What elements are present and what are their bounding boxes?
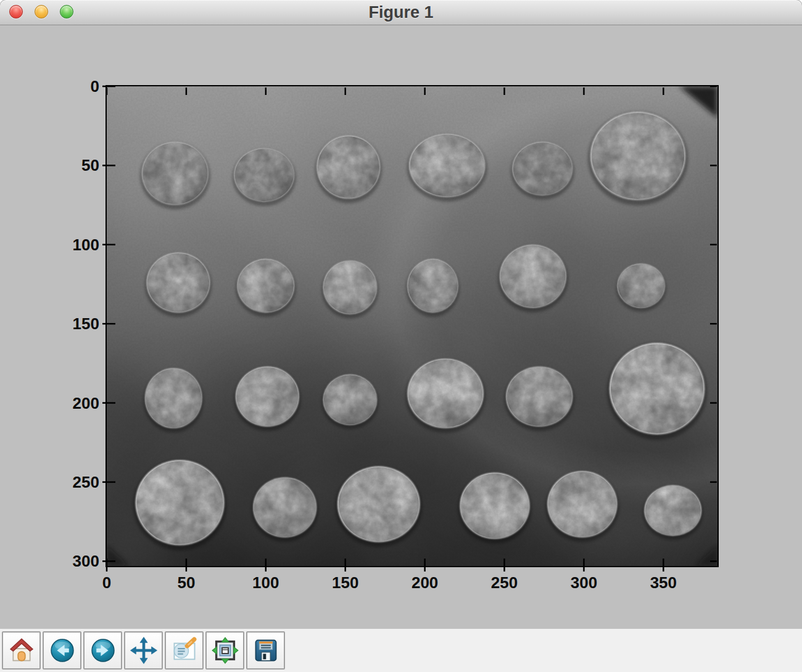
home-button[interactable] [2, 631, 41, 670]
x-tick-label: 0 [79, 573, 134, 592]
y-tick-label: 300 [31, 552, 99, 571]
x-tick-label: 150 [318, 573, 373, 592]
y-tick-label: 0 [31, 77, 99, 96]
configure-subplots-button[interactable] [205, 631, 244, 670]
y-tick-label: 100 [31, 236, 99, 255]
x-tick-label: 100 [238, 573, 294, 592]
figure-canvas: 050100150200250300350050100150200250300 [0, 26, 802, 629]
x-tick-label: 50 [159, 573, 214, 592]
figure-window: Figure 1 [0, 0, 802, 672]
axes-frame [105, 85, 719, 567]
y-tick-label: 200 [31, 394, 99, 413]
back-icon [48, 636, 76, 665]
y-tick-label: 50 [31, 156, 99, 175]
save-button[interactable] [246, 631, 285, 670]
x-tick-label: 200 [397, 573, 453, 592]
pan-icon [130, 636, 158, 665]
y-tick-label: 250 [31, 473, 99, 492]
navigation-toolbar [0, 629, 802, 672]
back-button[interactable] [43, 631, 81, 670]
x-tick-label: 250 [477, 573, 532, 592]
forward-icon [89, 636, 117, 665]
x-tick-label: 350 [635, 573, 691, 592]
configure-subplots-icon [211, 636, 239, 665]
coins-photo[interactable] [107, 86, 717, 566]
save-icon [252, 636, 280, 665]
zoom-to-rect-button[interactable] [165, 631, 204, 670]
home-icon [7, 636, 36, 665]
titlebar[interactable]: Figure 1 [0, 0, 802, 25]
window-title: Figure 1 [0, 0, 802, 25]
zoom-to-rect-icon [170, 636, 199, 665]
y-tick-label: 150 [31, 314, 99, 334]
forward-button[interactable] [83, 631, 122, 670]
x-tick-label: 300 [556, 573, 611, 592]
pan-button[interactable] [124, 631, 163, 670]
